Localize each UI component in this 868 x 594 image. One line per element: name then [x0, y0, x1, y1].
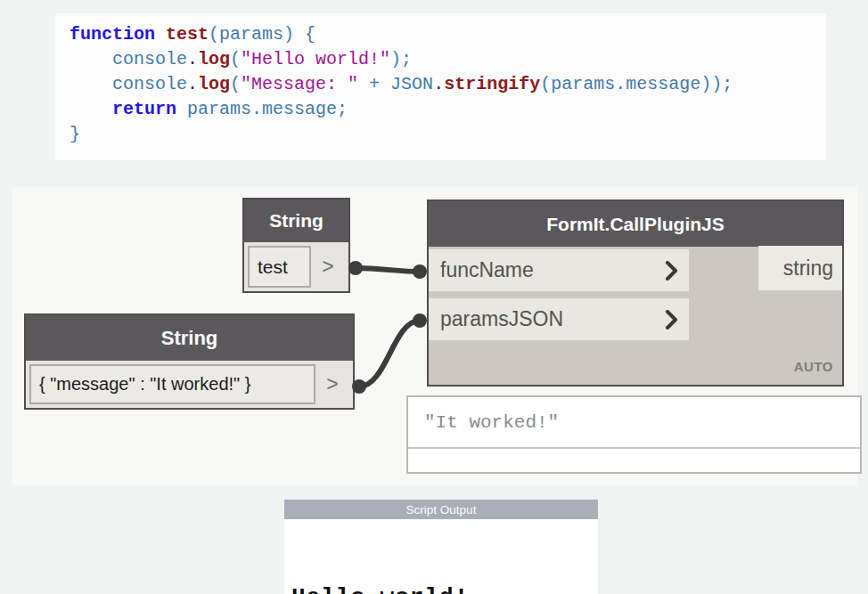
- input-port-label: paramsJSON: [440, 307, 563, 331]
- string-value-input[interactable]: test: [248, 246, 311, 288]
- node-body: { "message" : "It worked!" } >: [26, 361, 353, 408]
- output-port[interactable]: >: [315, 364, 349, 404]
- node-title[interactable]: FormIt.CallPluginJS: [429, 201, 842, 247]
- node-title[interactable]: String: [244, 199, 348, 242]
- code-line: }: [70, 122, 826, 147]
- lacing-mode-badge[interactable]: AUTO: [794, 359, 833, 374]
- input-port-label: funcName: [440, 258, 534, 282]
- chevron-right-icon: [665, 261, 678, 281]
- script-output-title: Script Output: [284, 500, 598, 519]
- script-output-line: Hello world!: [291, 582, 598, 594]
- input-port-funcname[interactable]: funcName: [429, 249, 689, 291]
- preview-footer: [408, 449, 860, 472]
- screenshot-root: function test(params) { console.log("Hel…: [0, 0, 868, 594]
- code-editor: function test(params) { console.log("Hel…: [55, 13, 826, 160]
- input-port-paramsjson[interactable]: paramsJSON: [429, 298, 689, 340]
- code-line: function test(params) {: [70, 22, 826, 47]
- code-line: console.log("Hello world!");: [70, 47, 826, 72]
- code-line: return params.message;: [70, 97, 826, 122]
- node-formit-callpluginjs[interactable]: FormIt.CallPluginJS funcName paramsJSON …: [427, 199, 844, 387]
- code-line: console.log("Message: " + JSON.stringify…: [70, 72, 826, 97]
- output-port[interactable]: >: [311, 246, 345, 288]
- script-output-panel: Script Output Hello world! Message: "It …: [284, 500, 598, 594]
- script-output-body: Hello world! Message: "It worked!": [284, 519, 598, 594]
- chevron-right-icon: [665, 310, 678, 330]
- output-port-string[interactable]: string: [758, 246, 842, 290]
- node-string-funcname[interactable]: String test >: [242, 198, 350, 293]
- string-value-input[interactable]: { "message" : "It worked!" }: [29, 364, 315, 404]
- node-preview-bubble[interactable]: "It worked!": [406, 395, 862, 474]
- node-title[interactable]: String: [26, 315, 353, 361]
- node-body: test >: [244, 242, 348, 291]
- preview-value: "It worked!": [408, 397, 860, 449]
- node-string-paramsjson[interactable]: String { "message" : "It worked!" } >: [24, 313, 355, 410]
